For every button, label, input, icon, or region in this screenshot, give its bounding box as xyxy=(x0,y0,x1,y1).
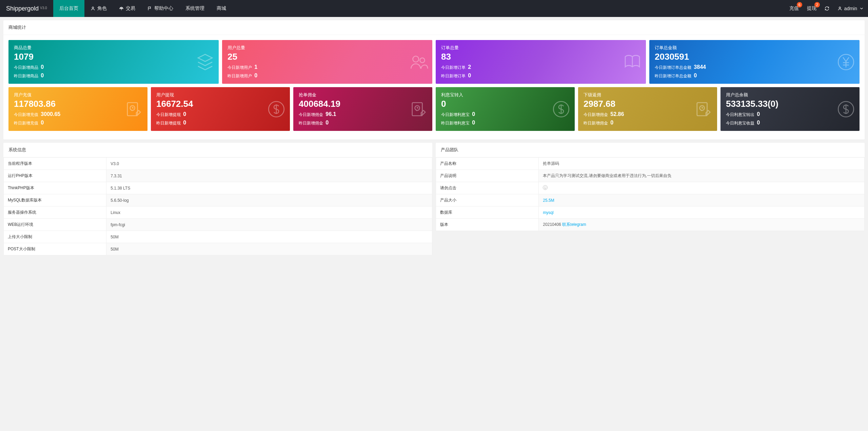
stat-yesterday: 昨日新增佣金 0 xyxy=(299,120,427,126)
stat-today: 今日新增商品 0 xyxy=(14,64,213,71)
nav-item-label: 后台首页 xyxy=(59,5,78,12)
team-value-cell xyxy=(539,182,865,194)
stat-yesterday: 今日利息宝收益 0 xyxy=(726,120,854,126)
sysinfo-value: 50M xyxy=(106,243,432,255)
nav-item-2[interactable]: 交易 xyxy=(113,0,141,17)
nav-item-5[interactable]: 商城 xyxy=(211,0,232,17)
team-table: 产品名称抢单源码产品说明本产品只为学习测试交流,请勿要做商业或者用于违法行为,一… xyxy=(436,157,865,231)
team-row: 请勿点击 xyxy=(436,182,865,194)
nav-recharge[interactable]: 充值 6 xyxy=(785,0,803,17)
stat-value: 2987.68 xyxy=(584,99,712,109)
user-icon xyxy=(91,6,95,11)
stat-value: 25 xyxy=(228,52,427,62)
nav-item-4[interactable]: 系统管理 xyxy=(179,0,211,17)
user-icon xyxy=(837,6,842,11)
nav-spacer xyxy=(232,0,785,17)
dollar-icon xyxy=(552,100,571,119)
stat-title: 利息宝转入 xyxy=(441,92,569,98)
team-value: 20210406 xyxy=(543,222,561,227)
stat-row-2: 用户充值117803.86今日新增充值 3000.65昨日新增充值 0用户提现1… xyxy=(8,87,860,131)
stat-today: 今日新增利息宝 0 xyxy=(441,111,569,118)
stat-row1-0[interactable]: 商品总量1079今日新增商品 0昨日新增商品 0 xyxy=(8,40,219,84)
chevron-down-icon xyxy=(859,6,864,11)
stat-yesterday: 昨日新增用户 0 xyxy=(228,73,427,79)
team-value: 本产品只为学习测试交流,请勿要做商业或者用于违法行为,一切后果自负 xyxy=(543,173,671,178)
nav-user[interactable]: admin xyxy=(833,0,868,17)
sysinfo-card: 系统信息 当前程序版本V3.0运行PHP版本7.3.31ThinkPHP版本5.… xyxy=(3,143,432,255)
stat-title: 抢单佣金 xyxy=(299,92,427,98)
team-body: 产品名称抢单源码产品说明本产品只为学习测试交流,请勿要做商业或者用于违法行为,一… xyxy=(436,157,865,231)
stat-value: 0 xyxy=(441,99,569,109)
svg-point-1 xyxy=(839,7,841,8)
stat-row1-1[interactable]: 用户总量25今日新增用户 1昨日新增用户 0 xyxy=(222,40,432,84)
sysinfo-row: 服务器操作系统Linux xyxy=(4,207,432,219)
sysinfo-key: WEB运行环境 xyxy=(4,219,106,231)
smile-icon xyxy=(543,185,548,190)
stat-row2-1[interactable]: 用户提现16672.54今日新增提现 0昨日新增提现 0 xyxy=(151,87,290,131)
stat-title: 商品总量 xyxy=(14,45,213,51)
stat-today: 今日新增充值 3000.65 xyxy=(14,111,142,118)
stat-title: 用户总余额 xyxy=(726,92,854,98)
team-value-cell: 20210406 联系telegram xyxy=(539,219,865,231)
page: 商城统计 商品总量1079今日新增商品 0昨日新增商品 0用户总量25今日新增用… xyxy=(0,17,868,262)
team-row: 数据库mysql xyxy=(436,207,865,219)
nav-item-1[interactable]: 角色 xyxy=(84,0,113,17)
stat-row1-2[interactable]: 订单总量83今日新增订单 2昨日新增订单 0 xyxy=(436,40,646,84)
stat-yesterday: 昨日新增订单总金额 0 xyxy=(655,73,854,79)
team-value-cell: mysql xyxy=(539,207,865,219)
stat-title: 订单总金额 xyxy=(655,45,854,51)
stack-icon xyxy=(196,53,215,72)
stat-row2-4[interactable]: 下级返佣2987.68今日新增佣金 52.86昨日新增佣金 0 xyxy=(578,87,717,131)
stat-row2-2[interactable]: 抢单佣金400684.19今日新增佣金 96.1昨日新增佣金 0 xyxy=(293,87,432,131)
team-row: 产品名称抢单源码 xyxy=(436,158,865,170)
brand-name: Shippergold xyxy=(6,5,39,12)
stat-yesterday: 昨日新增提现 0 xyxy=(156,120,284,126)
sysinfo-row: ThinkPHP版本5.1.38 LTS xyxy=(4,182,432,194)
sysinfo-row: WEB运行环境fpm-fcgi xyxy=(4,219,432,231)
team-row: 版本20210406 联系telegram xyxy=(436,219,865,231)
stat-title: 下级返佣 xyxy=(584,92,712,98)
edit-icon xyxy=(694,100,713,119)
stat-today: 今日新增提现 0 xyxy=(156,111,284,118)
nav-withdraw[interactable]: 提现 2 xyxy=(803,0,821,17)
flag-icon xyxy=(147,6,152,11)
stat-row2-3[interactable]: 利息宝转入0今日新增利息宝 0昨日新增利息宝 0 xyxy=(436,87,575,131)
team-key: 版本 xyxy=(436,219,539,231)
stat-value: 117803.86 xyxy=(14,99,142,109)
sysinfo-value: V3.0 xyxy=(106,158,432,170)
edit-icon xyxy=(124,100,143,119)
nav-item-3[interactable]: 帮助中心 xyxy=(141,0,179,17)
nav-item-0[interactable]: 后台首页 xyxy=(53,0,84,17)
nav-refresh[interactable] xyxy=(821,0,833,17)
refresh-icon xyxy=(825,6,829,11)
svg-point-3 xyxy=(420,58,425,62)
stats-body: 商品总量1079今日新增商品 0昨日新增商品 0用户总量25今日新增用户 1昨日… xyxy=(3,35,865,139)
team-key: 产品名称 xyxy=(436,158,539,170)
sysinfo-key: POST大小限制 xyxy=(4,243,106,255)
sysinfo-row: 运行PHP版本7.3.31 xyxy=(4,170,432,182)
stat-row2-0[interactable]: 用户充值117803.86今日新增充值 3000.65昨日新增充值 0 xyxy=(8,87,147,131)
sysinfo-key: 上传大小限制 xyxy=(4,231,106,243)
stat-today: 今日利息宝转出 0 xyxy=(726,111,854,118)
sysinfo-key: 服务器操作系统 xyxy=(4,207,106,219)
stat-value: 400684.19 xyxy=(299,99,427,109)
team-link[interactable]: 25.5M xyxy=(543,198,554,203)
team-link[interactable]: mysql xyxy=(543,210,553,215)
stat-today: 今日新增订单总金额 3844 xyxy=(655,64,854,71)
nav-recharge-badge: 6 xyxy=(797,2,802,7)
stat-yesterday: 昨日新增充值 0 xyxy=(14,120,142,126)
stat-value: 16672.54 xyxy=(156,99,284,109)
stat-row1-3[interactable]: 订单总金额2030591今日新增订单总金额 3844昨日新增订单总金额 0 xyxy=(649,40,860,84)
stats-title: 商城统计 xyxy=(3,20,865,35)
svg-point-0 xyxy=(92,7,94,8)
stat-today: 今日新增订单 2 xyxy=(441,64,640,71)
team-value-cell: 25.5M xyxy=(539,194,865,207)
sysinfo-body: 当前程序版本V3.0运行PHP版本7.3.31ThinkPHP版本5.1.38 … xyxy=(3,157,432,255)
stat-row2-5[interactable]: 用户总余额533135.33(0)今日利息宝转出 0今日利息宝收益 0 xyxy=(721,87,860,131)
team-link[interactable]: 联系telegram xyxy=(562,222,586,227)
stat-yesterday: 昨日新增佣金 0 xyxy=(584,120,712,126)
stat-value: 533135.33(0) xyxy=(726,99,854,109)
sysinfo-row: POST大小限制50M xyxy=(4,243,432,255)
nav-item-label: 角色 xyxy=(97,5,107,12)
stat-title: 用户提现 xyxy=(156,92,284,98)
